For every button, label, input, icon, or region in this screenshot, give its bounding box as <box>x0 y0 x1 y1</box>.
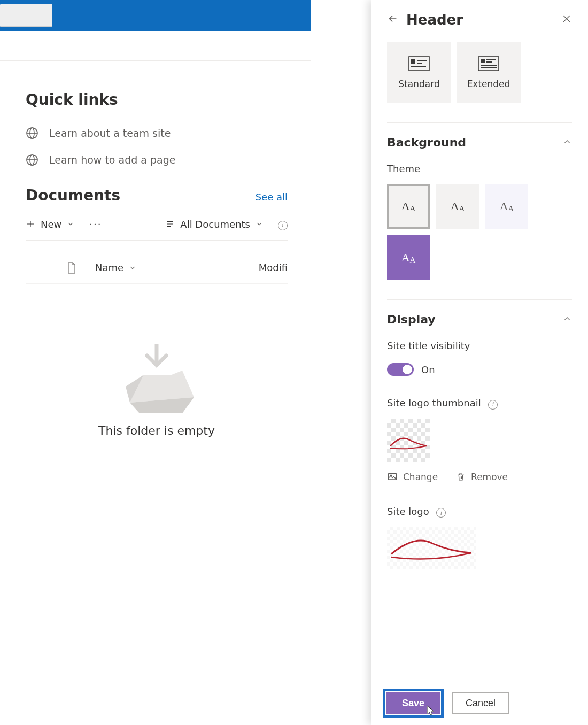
toggle-value: On <box>421 364 435 375</box>
svg-rect-6 <box>417 60 427 61</box>
list-icon <box>165 219 175 229</box>
chevron-down-icon <box>256 220 263 228</box>
svg-rect-10 <box>481 59 485 63</box>
trash-icon <box>456 472 466 482</box>
info-icon: i <box>278 221 288 230</box>
quick-link-item[interactable]: Learn how to add a page <box>26 153 311 166</box>
chevron-up-icon <box>562 314 572 326</box>
header-settings-panel: Header Standard Extend <box>371 0 588 725</box>
site-logo-thumbnail[interactable] <box>387 419 430 462</box>
column-header-modified[interactable]: Modifi <box>259 262 288 273</box>
site-title-visibility-toggle[interactable] <box>387 363 414 376</box>
change-logo-button[interactable]: Change <box>387 472 438 482</box>
arrow-left-icon <box>387 13 399 25</box>
display-section-header[interactable]: Display <box>387 299 572 326</box>
site-logo-preview[interactable] <box>387 527 476 569</box>
remove-logo-button[interactable]: Remove <box>456 472 508 482</box>
save-button-highlight: Save <box>383 689 444 718</box>
globe-icon <box>26 153 38 166</box>
svg-rect-13 <box>481 65 497 66</box>
theme-swatch[interactable]: AA <box>485 184 528 229</box>
layout-label: Extended <box>467 79 510 89</box>
close-icon <box>561 13 572 24</box>
site-title-visibility-label: Site title visibility <box>387 340 572 351</box>
extended-layout-icon <box>478 56 499 71</box>
empty-folder-icon <box>114 333 199 419</box>
cancel-button[interactable]: Cancel <box>452 692 509 714</box>
theme-label: Theme <box>387 163 572 174</box>
empty-folder-text: This folder is empty <box>98 424 215 437</box>
new-button-label: New <box>41 219 61 230</box>
documents-heading: Documents <box>26 187 120 204</box>
panel-title: Header <box>406 12 554 28</box>
plus-icon <box>26 219 35 229</box>
svg-rect-5 <box>411 59 415 64</box>
logo-image <box>387 419 430 462</box>
logo-image <box>387 527 476 569</box>
search-input[interactable] <box>0 4 52 27</box>
new-button[interactable]: New <box>26 219 74 230</box>
view-selector[interactable]: All Documents <box>165 219 263 230</box>
main-content: Quick links Learn about a team site Lear… <box>0 61 311 487</box>
layout-extended[interactable]: Extended <box>457 42 521 103</box>
info-button[interactable]: i <box>274 218 288 230</box>
theme-swatch[interactable]: AA <box>387 184 430 229</box>
see-all-link[interactable]: See all <box>256 191 288 203</box>
quick-links-heading: Quick links <box>26 91 311 109</box>
background-section-header[interactable]: Background <box>387 122 572 149</box>
more-button[interactable]: ··· <box>89 219 102 230</box>
app-title-bar <box>0 0 311 31</box>
section-title: Background <box>387 136 466 149</box>
standard-layout-icon <box>408 56 430 71</box>
quick-link-label: Learn how to add a page <box>49 154 175 166</box>
picture-icon <box>387 472 398 482</box>
site-logo-thumbnail-label: Site logo thumbnail i <box>387 397 572 410</box>
aa-icon: AA <box>401 199 416 213</box>
aa-icon: AA <box>401 251 416 265</box>
close-button[interactable] <box>561 13 572 27</box>
chevron-up-icon <box>562 137 572 149</box>
quick-link-label: Learn about a team site <box>49 127 171 139</box>
documents-column-headers: Name Modifi <box>26 254 288 284</box>
back-button[interactable] <box>387 13 399 27</box>
svg-rect-14 <box>481 67 497 68</box>
info-icon[interactable]: i <box>488 400 498 410</box>
svg-rect-11 <box>486 59 496 60</box>
svg-rect-8 <box>411 66 426 67</box>
layout-standard[interactable]: Standard <box>387 42 451 103</box>
quick-link-item[interactable]: Learn about a team site <box>26 127 311 140</box>
section-title: Display <box>387 313 436 326</box>
header-layout-options: Standard Extended <box>387 42 572 103</box>
theme-swatch-grid: AA AA AA AA <box>387 184 572 280</box>
layout-label: Standard <box>398 79 439 89</box>
chevron-down-icon <box>67 220 74 228</box>
column-header-name[interactable]: Name <box>95 262 136 273</box>
file-icon <box>62 262 81 274</box>
svg-rect-12 <box>486 61 492 63</box>
theme-swatch[interactable]: AA <box>436 184 479 229</box>
empty-folder-state: This folder is empty <box>26 284 288 487</box>
documents-toolbar: New ··· All Documents i <box>26 218 288 241</box>
svg-rect-9 <box>478 57 499 71</box>
theme-swatch[interactable]: AA <box>387 235 430 280</box>
save-button[interactable]: Save <box>386 692 440 714</box>
svg-rect-15 <box>389 473 397 480</box>
aa-icon: AA <box>451 199 465 213</box>
globe-icon <box>26 127 38 140</box>
info-icon[interactable]: i <box>436 508 446 518</box>
svg-rect-7 <box>417 63 422 64</box>
chevron-down-icon <box>129 264 136 272</box>
svg-point-16 <box>390 475 392 476</box>
aa-icon: AA <box>500 199 514 213</box>
command-bar <box>0 31 311 61</box>
site-logo-label: Site logo i <box>387 506 572 518</box>
panel-footer: Save Cancel <box>371 689 588 718</box>
view-selector-label: All Documents <box>180 219 250 230</box>
